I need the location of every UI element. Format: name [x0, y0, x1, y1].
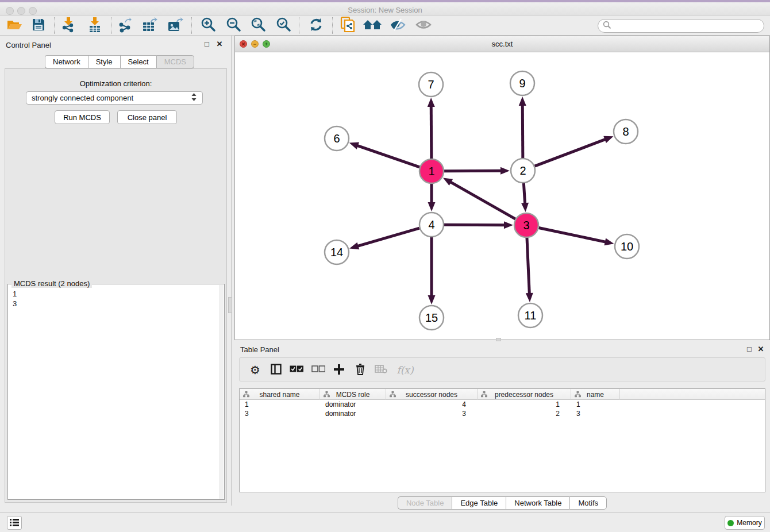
- edge-4-3[interactable]: [444, 225, 505, 225]
- control-panel: Control Panel □ ✕ Network Style Select M…: [0, 36, 232, 506]
- export-image-button[interactable]: [164, 17, 186, 34]
- tab-network-table[interactable]: Network Table: [506, 496, 569, 510]
- tab-node-table[interactable]: Node Table: [398, 496, 452, 510]
- tab-mcds[interactable]: MCDS: [156, 55, 194, 68]
- mcds-result-title: MCDS result (2 nodes): [11, 279, 92, 288]
- save-session-button[interactable]: [28, 17, 49, 34]
- open-file-button[interactable]: [3, 17, 25, 34]
- zoom-in-icon: [201, 17, 215, 34]
- table-cell[interactable]: 3: [571, 409, 620, 418]
- function-builder-button[interactable]: f(x): [394, 361, 417, 379]
- export-network-button[interactable]: [114, 17, 136, 34]
- column-header-MCDS-role[interactable]: MCDS role: [320, 389, 386, 400]
- edge-4-14[interactable]: [357, 228, 419, 246]
- delete-table-button[interactable]: [372, 361, 390, 379]
- zoom-fit-button[interactable]: [247, 17, 269, 34]
- unselect-all-button[interactable]: [310, 361, 327, 379]
- column-browser-button[interactable]: [267, 361, 284, 379]
- tab-network[interactable]: Network: [45, 55, 88, 68]
- add-column-button[interactable]: [330, 361, 348, 379]
- edge-arrow-1-4: [428, 202, 436, 211]
- tab-motifs[interactable]: Motifs: [569, 496, 607, 510]
- close-panel-button[interactable]: Close panel: [117, 110, 177, 124]
- tab-edge-table[interactable]: Edge Table: [452, 496, 506, 510]
- memory-button[interactable]: Memory: [725, 516, 765, 530]
- table-cell[interactable]: dominator: [320, 409, 386, 418]
- refresh-button[interactable]: [305, 17, 327, 34]
- edge-2-3[interactable]: [523, 183, 525, 204]
- control-panel-close-button[interactable]: ✕: [215, 40, 224, 48]
- main-toolbar: [0, 16, 770, 36]
- table-cell[interactable]: 3: [386, 409, 478, 418]
- table-cell[interactable]: dominator: [320, 400, 386, 409]
- import-network-button[interactable]: [57, 17, 79, 34]
- edge-1-7[interactable]: [431, 106, 432, 159]
- edge-2-8[interactable]: [535, 139, 606, 166]
- node-table[interactable]: shared nameMCDS rolesuccessor nodesprede…: [239, 388, 765, 492]
- edge-3-10[interactable]: [539, 228, 606, 242]
- first-neighbors-button[interactable]: [361, 17, 383, 34]
- export-table-button[interactable]: [139, 17, 161, 34]
- table-row[interactable]: 1dominator411: [240, 400, 765, 409]
- mcds-result-box: 1 3 MCDS result (2 nodes): [7, 284, 225, 500]
- search-icon: [603, 21, 611, 32]
- settings-gear-button[interactable]: ⚙: [247, 361, 264, 379]
- table-panel-close-button[interactable]: ✕: [756, 345, 765, 353]
- network-window-titlebar: ✕ − + scc.txt: [235, 36, 769, 52]
- node-label-8: 8: [622, 125, 629, 138]
- table-cell[interactable]: 1: [478, 400, 571, 409]
- network-view-window: ✕ − + scc.txt 7968124314101511: [234, 36, 770, 340]
- edge-1-2[interactable]: [444, 171, 502, 171]
- birdseye-view-button[interactable]: [413, 17, 434, 34]
- edge-arrow-2-3: [521, 203, 529, 212]
- export-table-icon: [141, 17, 159, 34]
- result-scrollbar[interactable]: [220, 285, 224, 499]
- criterion-dropdown[interactable]: strongly connected component: [26, 91, 203, 105]
- column-header-shared-name[interactable]: shared name: [240, 389, 320, 400]
- column-header-predecessor-nodes[interactable]: predecessor nodes: [478, 389, 571, 400]
- edge-3-1[interactable]: [450, 182, 515, 219]
- show-hide-graphics-button[interactable]: [387, 17, 409, 34]
- toolbar-separator: [54, 17, 55, 34]
- delete-column-button[interactable]: [352, 361, 369, 379]
- zoom-fit-icon: [251, 17, 265, 34]
- edge-arrow-4-14: [349, 242, 359, 249]
- memory-status-icon: [727, 520, 734, 526]
- zoom-in-button[interactable]: [197, 17, 219, 34]
- search-field[interactable]: [598, 19, 764, 33]
- zoom-out-button[interactable]: [222, 17, 244, 34]
- tab-style[interactable]: Style: [88, 55, 120, 68]
- table-header-row: shared nameMCDS rolesuccessor nodesprede…: [240, 389, 765, 400]
- column-header-icon: [390, 391, 396, 398]
- network-canvas[interactable]: 7968124314101511: [235, 52, 769, 340]
- table-cell[interactable]: 1: [571, 400, 620, 409]
- mcds-result-text: 1 3: [13, 289, 17, 309]
- clone-network-button[interactable]: [337, 17, 359, 34]
- edge-1-6[interactable]: [357, 145, 419, 167]
- table-row[interactable]: 3dominator323: [240, 409, 765, 418]
- node-label-2: 2: [519, 164, 526, 177]
- table-cell[interactable]: 2: [478, 409, 571, 418]
- panel-splitter-handle[interactable]: [228, 297, 232, 313]
- column-header-name[interactable]: name: [571, 389, 620, 400]
- tab-select[interactable]: Select: [120, 55, 156, 68]
- column-header-successor-nodes[interactable]: successor nodes: [386, 389, 478, 400]
- task-history-button[interactable]: [7, 516, 22, 530]
- search-input[interactable]: [614, 20, 764, 32]
- zoom-selected-button[interactable]: [272, 17, 294, 34]
- table-cell[interactable]: 4: [386, 400, 478, 409]
- zoom-out-icon: [226, 17, 241, 34]
- select-all-button[interactable]: [288, 361, 305, 379]
- import-table-button[interactable]: [84, 17, 106, 34]
- run-mcds-button[interactable]: Run MCDS: [55, 110, 110, 124]
- node-label-4: 4: [428, 218, 434, 231]
- edge-arrow-1-7: [428, 98, 435, 107]
- edge-2-9[interactable]: [522, 105, 523, 158]
- edge-3-11[interactable]: [527, 238, 529, 294]
- mcds-result-area[interactable]: 1 3: [8, 284, 224, 499]
- table-cell[interactable]: 3: [240, 409, 320, 418]
- table-cell[interactable]: 1: [240, 400, 320, 409]
- table-body: 1dominator4113dominator323: [240, 400, 765, 418]
- control-panel-float-button[interactable]: □: [202, 40, 211, 48]
- table-panel-float-button[interactable]: □: [745, 345, 754, 353]
